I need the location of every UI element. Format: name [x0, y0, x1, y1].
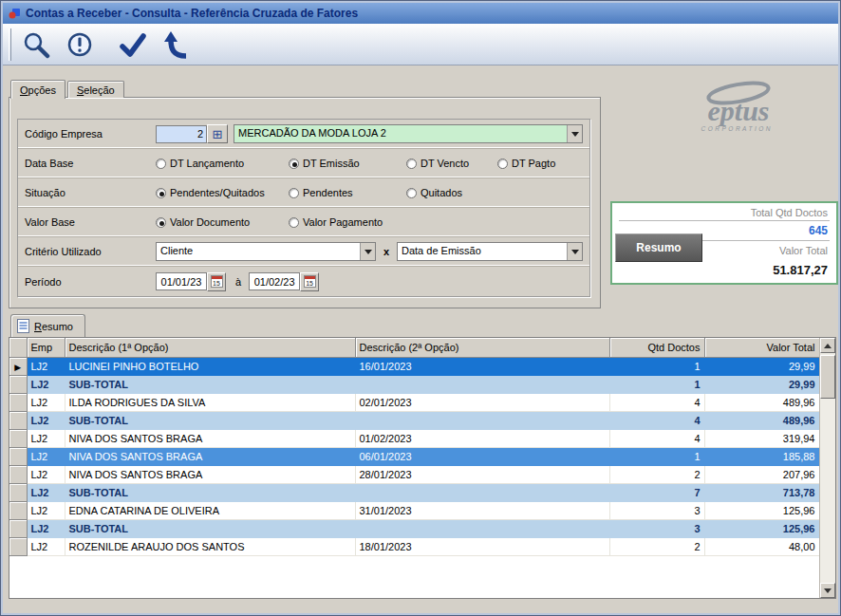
cell-desc2: 18/01/2023: [355, 537, 609, 555]
cell-qtd: 2: [609, 537, 704, 555]
form-row-codigo-empresa: Código Empresa ⊞ MERCADÃO DA MODA LOJA 2: [18, 120, 589, 149]
grid-body: LJ2 LUCINEI PINHO BOTELHO 16/01/2023 1 2…: [9, 357, 819, 555]
column-header-desc2[interactable]: Descrição (2ª Opção): [355, 338, 609, 357]
periodo-to-input[interactable]: [249, 272, 300, 290]
cell-emp: LJ2: [27, 537, 65, 555]
row-indicator: [9, 537, 27, 555]
radio-quitados[interactable]: Quitados: [406, 187, 462, 198]
cell-valor: 489,96: [704, 411, 819, 429]
info-button[interactable]: [61, 27, 99, 63]
radio-circle: [289, 188, 299, 198]
radio-label: Valor Pagamento: [303, 216, 383, 228]
chevron-down-icon[interactable]: [567, 125, 582, 142]
column-header-emp[interactable]: Emp: [27, 338, 65, 357]
filter-form: Código Empresa ⊞ MERCADÃO DA MODA LOJA 2…: [17, 119, 590, 297]
row-indicator: [9, 447, 27, 465]
radio-label: Pendentes: [303, 187, 353, 198]
company-combobox[interactable]: MERCADÃO DA MODA LOJA 2: [234, 124, 583, 143]
radio-pendentes-quitados[interactable]: Pendentes/Quitados: [156, 187, 289, 198]
cell-desc1: NIVA DOS SANTOS BRAGA: [65, 429, 355, 447]
confirm-button[interactable]: [114, 27, 152, 63]
cell-desc1: ROZENILDE ARAUJO DOS SANTOS: [65, 537, 355, 555]
cell-desc1: ILDA RODRIGUES DA SILVA: [65, 393, 355, 411]
cell-qtd: 1: [609, 447, 704, 465]
tab-selecao[interactable]: Seleção: [67, 81, 124, 98]
table-row[interactable]: LJ2 LUCINEI PINHO BOTELHO 16/01/2023 1 2…: [9, 357, 819, 375]
scroll-up-icon: [824, 344, 832, 348]
form-row-valor-base: Valor Base Valor Documento Valor Pagamen…: [18, 208, 589, 237]
cell-emp: LJ2: [27, 447, 65, 465]
cell-emp: LJ2: [27, 483, 65, 501]
indicator-column-header: [9, 338, 27, 357]
cell-valor: 125,96: [704, 519, 819, 537]
scroll-up-button[interactable]: [820, 338, 835, 353]
company-code-input[interactable]: [156, 125, 207, 143]
radio-label: Quitados: [420, 187, 462, 198]
cell-emp: LJ2: [27, 429, 65, 447]
tab-resumo[interactable]: Resumo: [10, 314, 85, 337]
exit-button[interactable]: [158, 27, 196, 63]
criterio1-combobox[interactable]: Cliente: [156, 242, 376, 261]
grid-viewport: Emp Descrição (1ª Opção) Descrição (2ª O…: [9, 338, 819, 598]
calendar-icon[interactable]: 15: [207, 272, 226, 291]
cell-emp: LJ2: [27, 501, 65, 519]
cell-qtd: 1: [609, 357, 704, 375]
table-row[interactable]: LJ2 NIVA DOS SANTOS BRAGA 01/02/2023 4 3…: [9, 429, 819, 447]
cell-qtd: 4: [609, 429, 704, 447]
valor-base-label: Valor Base: [25, 216, 156, 228]
cell-qtd: 7: [609, 483, 704, 501]
chevron-down-icon[interactable]: [360, 243, 375, 260]
scroll-down-button[interactable]: [820, 583, 835, 598]
radio-valor-pagamento[interactable]: Valor Pagamento: [289, 216, 383, 228]
radio-circle: [497, 159, 508, 169]
radio-circle: [156, 188, 166, 198]
radio-pendentes[interactable]: Pendentes: [289, 187, 406, 198]
radio-dt-vencto[interactable]: DT Vencto: [406, 158, 497, 169]
title-bar[interactable]: Contas a Receber - Consulta - Referência…: [3, 3, 838, 24]
scroll-down-icon: [824, 588, 832, 593]
calendar-icon[interactable]: 15: [300, 272, 319, 291]
cell-desc1: NIVA DOS SANTOS BRAGA: [65, 447, 355, 465]
table-row[interactable]: LJ2 SUB-TOTAL 4 489,96: [9, 411, 819, 429]
search-button[interactable]: [17, 27, 55, 63]
tab-opcoes[interactable]: Opções: [10, 80, 65, 99]
chevron-down-icon[interactable]: [567, 243, 582, 260]
logo-text: eptus: [707, 95, 769, 126]
cell-qtd: 1: [609, 375, 704, 393]
cell-desc2: 31/01/2023: [355, 501, 609, 519]
resumo-button[interactable]: Resumo: [615, 233, 702, 262]
table-row[interactable]: LJ2 SUB-TOTAL 7 713,78: [9, 483, 819, 501]
periodo-from-input[interactable]: [156, 272, 207, 290]
scrollbar-thumb[interactable]: [820, 355, 835, 399]
radio-dt-pagto[interactable]: DT Pagto: [497, 158, 555, 169]
cell-qtd: 3: [609, 501, 704, 519]
results-grid: Emp Descrição (1ª Opção) Descrição (2ª O…: [9, 337, 836, 599]
tab-label: O: [20, 84, 28, 96]
cell-valor: 207,96: [704, 465, 819, 483]
table-row[interactable]: LJ2 NIVA DOS SANTOS BRAGA 28/01/2023 2 2…: [9, 465, 819, 483]
vertical-scrollbar[interactable]: [819, 338, 835, 598]
criterio2-combobox[interactable]: Data de Emissão: [397, 242, 583, 261]
table-lookup-icon: ⊞: [213, 128, 223, 140]
tab-label: pções: [28, 84, 56, 96]
table-row[interactable]: LJ2 NIVA DOS SANTOS BRAGA 06/01/2023 1 1…: [9, 447, 819, 465]
radio-dt-lancamento[interactable]: DT Lançamento: [156, 158, 289, 169]
table-row[interactable]: LJ2 ROZENILDE ARAUJO DOS SANTOS 18/01/20…: [9, 537, 819, 555]
column-header-desc1[interactable]: Descrição (1ª Opção): [65, 338, 355, 357]
radio-label: DT Vencto: [420, 158, 469, 169]
column-header-qtd[interactable]: Qtd Doctos: [609, 338, 704, 357]
cell-valor: 125,96: [704, 501, 819, 519]
company-browse-button[interactable]: ⊞: [207, 124, 228, 143]
row-indicator: [9, 411, 27, 429]
table-row[interactable]: LJ2 ILDA RODRIGUES DA SILVA 02/01/2023 4…: [9, 393, 819, 411]
table-row[interactable]: LJ2 EDNA CATARINA DE OLIVEIRA 31/01/2023…: [9, 501, 819, 519]
table-row[interactable]: LJ2 SUB-TOTAL 1 29,99: [9, 375, 819, 393]
radio-dt-emissao[interactable]: DT Emissão: [289, 158, 406, 169]
radio-circle: [156, 217, 166, 228]
toolbar-grip[interactable]: [9, 28, 11, 61]
column-header-valor[interactable]: Valor Total: [704, 338, 819, 357]
radio-valor-documento[interactable]: Valor Documento: [156, 216, 289, 228]
cell-desc2: [355, 519, 609, 537]
table-row[interactable]: LJ2 SUB-TOTAL 3 125,96: [9, 519, 819, 537]
cell-desc1: LUCINEI PINHO BOTELHO: [65, 357, 355, 375]
